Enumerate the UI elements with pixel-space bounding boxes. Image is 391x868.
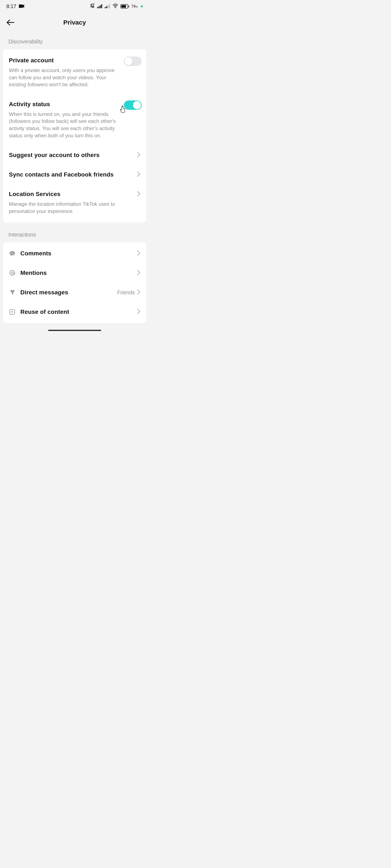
svg-line-2: [93, 4, 94, 4]
direct-messages-value: Friends: [117, 289, 135, 296]
chevron-right-icon: [137, 289, 140, 296]
status-left: 8:17: [6, 3, 24, 9]
svg-point-13: [11, 253, 12, 254]
section-interactions-header: Interactions: [0, 222, 149, 242]
activity-status-row: Activity status When this is turned on, …: [3, 94, 146, 145]
chevron-right-icon: [137, 191, 140, 197]
canvas-bottom-fill: [0, 332, 391, 868]
reuse-icon: [9, 309, 16, 315]
interactions-card: Comments Mentions Direct messages Friend: [3, 242, 146, 323]
chevron-right-icon: [137, 309, 140, 315]
discoverability-card: Private account With a private account, …: [3, 50, 146, 222]
location-services-desc: Manage the location information TikTok u…: [9, 200, 140, 215]
private-account-desc: With a private account, only users you a…: [9, 67, 123, 88]
svg-rect-6: [100, 5, 101, 8]
svg-point-12: [115, 7, 116, 8]
location-services-title: Location Services: [9, 191, 60, 197]
at-icon: [9, 270, 16, 276]
status-bar: 8:17 79%: [0, 0, 149, 13]
comments-row[interactable]: Comments: [3, 244, 146, 263]
svg-rect-9: [106, 6, 107, 8]
suggest-account-row[interactable]: Suggest your account to others: [3, 145, 146, 165]
svg-rect-4: [97, 7, 98, 8]
wifi-icon: [112, 4, 118, 9]
comments-title: Comments: [20, 250, 51, 257]
reuse-content-title: Reuse of content: [20, 309, 69, 315]
chevron-right-icon: [137, 152, 140, 158]
mentions-row[interactable]: Mentions: [3, 263, 146, 283]
suggest-account-title: Suggest your account to others: [9, 152, 100, 158]
sync-contacts-row[interactable]: Sync contacts and Facebook friends: [3, 165, 146, 184]
svg-point-14: [12, 253, 13, 254]
svg-line-3: [94, 3, 95, 4]
camera-active-dot: [141, 5, 143, 7]
svg-rect-10: [108, 5, 108, 8]
back-button[interactable]: [5, 18, 15, 27]
signal-icon-1: [97, 4, 102, 9]
svg-rect-5: [99, 6, 99, 8]
direct-messages-title: Direct messages: [20, 289, 68, 296]
status-right: 79%: [89, 3, 143, 10]
private-account-row: Private account With a private account, …: [3, 51, 146, 94]
mentions-title: Mentions: [20, 270, 47, 276]
chevron-right-icon: [137, 270, 140, 276]
private-account-title: Private account: [9, 57, 123, 64]
chevron-right-icon: [137, 250, 140, 257]
page-header: Privacy: [0, 14, 149, 31]
comments-icon: [9, 250, 16, 257]
svg-point-16: [10, 270, 15, 276]
svg-point-15: [13, 253, 14, 254]
private-account-toggle[interactable]: [124, 57, 142, 66]
status-time: 8:17: [6, 3, 16, 9]
phone-viewport: 8:17 79%: [0, 0, 149, 332]
signal-icon-2: [105, 4, 110, 9]
location-services-row[interactable]: Location Services Manage the location in…: [3, 184, 146, 221]
direct-messages-row[interactable]: Direct messages Friends: [3, 283, 146, 302]
activity-status-title: Activity status: [9, 101, 123, 107]
send-icon: [9, 289, 16, 296]
battery-icon: [120, 4, 129, 8]
recording-icon: [19, 3, 24, 9]
home-indicator[interactable]: [48, 330, 101, 331]
reuse-content-row[interactable]: Reuse of content: [3, 302, 146, 322]
chevron-right-icon: [137, 172, 140, 178]
svg-rect-0: [19, 4, 23, 8]
svg-rect-7: [101, 4, 102, 8]
battery-percent: 79%: [131, 4, 138, 9]
sync-contacts-title: Sync contacts and Facebook friends: [9, 171, 114, 178]
activity-status-toggle[interactable]: [124, 100, 142, 110]
mute-icon: [89, 3, 95, 10]
section-discoverability-header: Discoverability: [0, 31, 149, 50]
svg-rect-11: [109, 4, 110, 8]
svg-rect-8: [105, 7, 106, 8]
activity-status-desc: When this is turned on, you and your fri…: [9, 111, 123, 139]
page-title: Privacy: [63, 19, 86, 26]
svg-point-17: [11, 272, 13, 274]
